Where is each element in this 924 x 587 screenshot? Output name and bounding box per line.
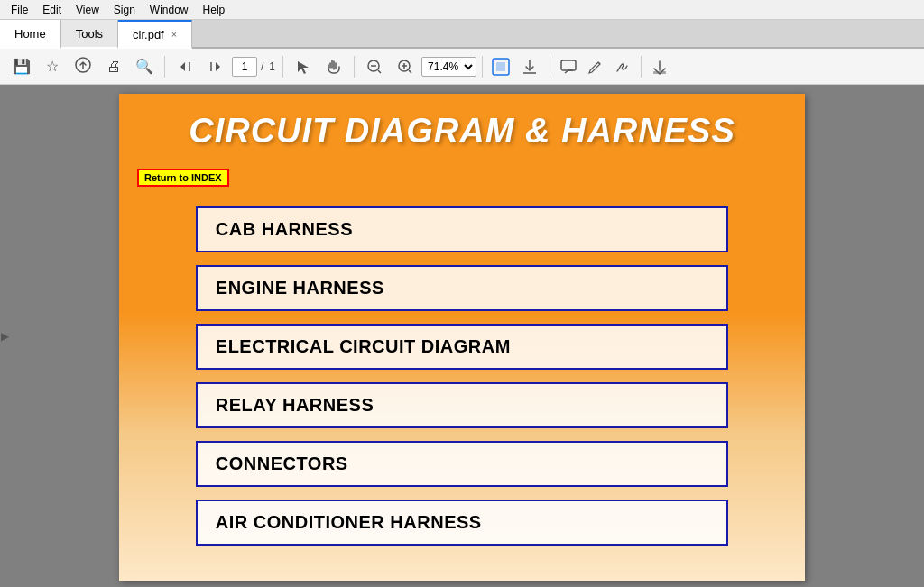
bookmark-button[interactable]: ☆	[38, 53, 67, 80]
svg-rect-14	[496, 62, 505, 71]
tab-bar: Home Tools cir.pdf ×	[0, 20, 924, 49]
pdf-viewer: CIRCUIT DIAGRAM & HARNESS Return to INDE…	[9, 85, 915, 587]
right-panel	[915, 85, 924, 587]
menu-window[interactable]: Window	[143, 2, 196, 18]
pdf-page: CIRCUIT DIAGRAM & HARNESS Return to INDE…	[119, 94, 805, 581]
menu-bar: File Edit View Sign Window Help	[0, 0, 924, 20]
zoom-out-button[interactable]	[360, 53, 389, 80]
select-tool-button[interactable]	[289, 53, 318, 80]
tab-file-label: cir.pdf	[133, 28, 164, 41]
svg-marker-1	[180, 62, 185, 71]
separator-1	[164, 56, 165, 78]
search-button[interactable]: 🔍	[130, 53, 159, 80]
electrical-circuit-diagram-button[interactable]: ELECTRICAL CIRCUIT DIAGRAM	[196, 324, 728, 370]
toolbar: 💾 ☆ 🖨 🔍 / 1 71.	[0, 49, 924, 85]
separator-4	[482, 56, 483, 78]
tab-home[interactable]: Home	[0, 20, 61, 49]
menu-sign[interactable]: Sign	[106, 2, 143, 18]
menu-file[interactable]: File	[4, 2, 35, 18]
comment-button[interactable]	[556, 54, 581, 79]
page-number-input[interactable]	[232, 57, 257, 77]
engine-harness-button[interactable]: ENGINE HARNESS	[196, 265, 728, 311]
left-panel: ▶	[0, 85, 9, 587]
zoom-in-button[interactable]	[391, 53, 420, 80]
separator-2	[282, 56, 283, 78]
menu-edit[interactable]: Edit	[35, 2, 69, 18]
svg-rect-17	[653, 71, 666, 74]
print-button[interactable]: 🖨	[99, 53, 128, 80]
svg-line-8	[378, 70, 381, 73]
search-icon: 🔍	[135, 58, 153, 75]
download-btn[interactable]	[515, 53, 544, 80]
collapse-arrow-icon[interactable]: ▶	[1, 330, 9, 343]
separator-3	[354, 56, 355, 78]
air-conditioner-harness-button[interactable]: AIR CONDITIONER HARNESS	[196, 500, 728, 546]
connectors-button[interactable]: CONNECTORS	[196, 441, 728, 487]
svg-marker-5	[298, 61, 309, 74]
annotate-button[interactable]	[583, 54, 608, 79]
page-separator: /	[259, 60, 265, 73]
tab-home-label: Home	[14, 27, 46, 41]
hand-tool-button[interactable]	[319, 53, 348, 80]
svg-marker-3	[216, 62, 220, 71]
sign-button[interactable]	[610, 54, 635, 79]
upload-icon	[75, 57, 91, 77]
save-icon: 💾	[13, 58, 31, 75]
page-title: CIRCUIT DIAGRAM & HARNESS	[137, 112, 787, 151]
tab-file[interactable]: cir.pdf ×	[118, 20, 192, 49]
fit-page-button[interactable]	[488, 54, 513, 79]
tab-tools[interactable]: Tools	[61, 20, 118, 49]
svg-line-12	[409, 70, 411, 73]
zoom-select[interactable]: 71.4%	[421, 57, 476, 77]
tab-tools-label: Tools	[76, 27, 103, 41]
menu-help[interactable]: Help	[196, 2, 233, 18]
relay-harness-button[interactable]: RELAY HARNESS	[196, 382, 728, 428]
menu-view[interactable]: View	[69, 2, 106, 18]
print-icon: 🖨	[106, 59, 121, 75]
return-to-index-button[interactable]: Return to INDEX	[137, 169, 229, 187]
separator-6	[641, 56, 642, 78]
svg-rect-16	[561, 60, 576, 70]
prev-page-button[interactable]	[171, 53, 199, 80]
page-total: 1	[267, 60, 277, 73]
tab-close-button[interactable]: ×	[171, 29, 177, 40]
save-button[interactable]: 💾	[7, 53, 36, 80]
separator-5	[550, 56, 550, 78]
main-area: ▶ CIRCUIT DIAGRAM & HARNESS Return to IN…	[0, 85, 924, 587]
cab-harness-button[interactable]: CAB HARNESS	[196, 206, 728, 252]
bookmark-icon: ☆	[46, 58, 59, 75]
next-page-button[interactable]	[201, 53, 230, 80]
upload-button[interactable]	[69, 53, 97, 80]
share-button[interactable]	[647, 54, 672, 79]
